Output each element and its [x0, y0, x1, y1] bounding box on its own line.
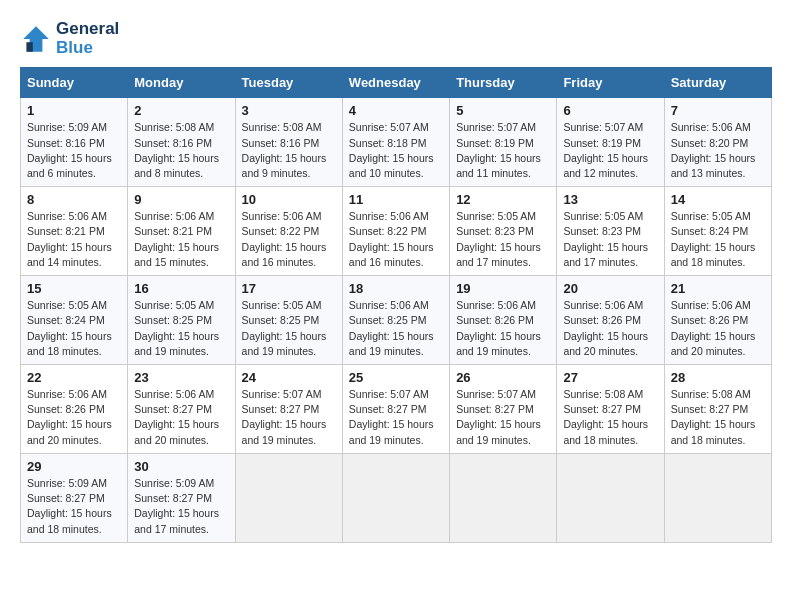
- logo-text: General Blue: [56, 20, 119, 57]
- day-number: 24: [242, 370, 336, 385]
- day-info: Sunrise: 5:06 AM Sunset: 8:21 PM Dayligh…: [134, 209, 228, 270]
- day-number: 1: [27, 103, 121, 118]
- calendar-day-cell: 18 Sunrise: 5:06 AM Sunset: 8:25 PM Dayl…: [342, 276, 449, 365]
- calendar-week-row: 1 Sunrise: 5:09 AM Sunset: 8:16 PM Dayli…: [21, 98, 772, 187]
- day-info: Sunrise: 5:07 AM Sunset: 8:19 PM Dayligh…: [456, 120, 550, 181]
- day-number: 26: [456, 370, 550, 385]
- calendar-day-cell: 6 Sunrise: 5:07 AM Sunset: 8:19 PM Dayli…: [557, 98, 664, 187]
- day-number: 23: [134, 370, 228, 385]
- day-info: Sunrise: 5:07 AM Sunset: 8:18 PM Dayligh…: [349, 120, 443, 181]
- day-info: Sunrise: 5:05 AM Sunset: 8:23 PM Dayligh…: [563, 209, 657, 270]
- calendar-day-cell: 15 Sunrise: 5:05 AM Sunset: 8:24 PM Dayl…: [21, 276, 128, 365]
- svg-rect-1: [26, 42, 32, 52]
- weekday-header-cell: Tuesday: [235, 68, 342, 98]
- calendar-day-cell: 22 Sunrise: 5:06 AM Sunset: 8:26 PM Dayl…: [21, 365, 128, 454]
- weekday-header-cell: Thursday: [450, 68, 557, 98]
- logo: General Blue: [20, 20, 119, 57]
- day-info: Sunrise: 5:07 AM Sunset: 8:27 PM Dayligh…: [456, 387, 550, 448]
- calendar-day-cell: 5 Sunrise: 5:07 AM Sunset: 8:19 PM Dayli…: [450, 98, 557, 187]
- day-number: 13: [563, 192, 657, 207]
- day-number: 27: [563, 370, 657, 385]
- day-info: Sunrise: 5:06 AM Sunset: 8:21 PM Dayligh…: [27, 209, 121, 270]
- day-number: 3: [242, 103, 336, 118]
- day-info: Sunrise: 5:06 AM Sunset: 8:22 PM Dayligh…: [349, 209, 443, 270]
- calendar-day-cell: 19 Sunrise: 5:06 AM Sunset: 8:26 PM Dayl…: [450, 276, 557, 365]
- calendar-day-cell: 27 Sunrise: 5:08 AM Sunset: 8:27 PM Dayl…: [557, 365, 664, 454]
- page-header: General Blue: [20, 20, 772, 57]
- calendar-day-cell: [235, 453, 342, 542]
- calendar-week-row: 29 Sunrise: 5:09 AM Sunset: 8:27 PM Dayl…: [21, 453, 772, 542]
- day-number: 8: [27, 192, 121, 207]
- day-info: Sunrise: 5:06 AM Sunset: 8:26 PM Dayligh…: [27, 387, 121, 448]
- day-info: Sunrise: 5:07 AM Sunset: 8:27 PM Dayligh…: [242, 387, 336, 448]
- day-number: 5: [456, 103, 550, 118]
- calendar-day-cell: 12 Sunrise: 5:05 AM Sunset: 8:23 PM Dayl…: [450, 187, 557, 276]
- calendar-week-row: 15 Sunrise: 5:05 AM Sunset: 8:24 PM Dayl…: [21, 276, 772, 365]
- calendar-body: 1 Sunrise: 5:09 AM Sunset: 8:16 PM Dayli…: [21, 98, 772, 542]
- day-number: 12: [456, 192, 550, 207]
- day-info: Sunrise: 5:08 AM Sunset: 8:27 PM Dayligh…: [563, 387, 657, 448]
- day-number: 18: [349, 281, 443, 296]
- calendar-day-cell: 29 Sunrise: 5:09 AM Sunset: 8:27 PM Dayl…: [21, 453, 128, 542]
- weekday-header-cell: Monday: [128, 68, 235, 98]
- calendar-day-cell: 10 Sunrise: 5:06 AM Sunset: 8:22 PM Dayl…: [235, 187, 342, 276]
- calendar-day-cell: 1 Sunrise: 5:09 AM Sunset: 8:16 PM Dayli…: [21, 98, 128, 187]
- day-info: Sunrise: 5:05 AM Sunset: 8:24 PM Dayligh…: [27, 298, 121, 359]
- calendar-day-cell: 11 Sunrise: 5:06 AM Sunset: 8:22 PM Dayl…: [342, 187, 449, 276]
- calendar-day-cell: 3 Sunrise: 5:08 AM Sunset: 8:16 PM Dayli…: [235, 98, 342, 187]
- calendar-day-cell: 9 Sunrise: 5:06 AM Sunset: 8:21 PM Dayli…: [128, 187, 235, 276]
- day-number: 6: [563, 103, 657, 118]
- day-number: 14: [671, 192, 765, 207]
- weekday-header-cell: Wednesday: [342, 68, 449, 98]
- day-number: 21: [671, 281, 765, 296]
- day-number: 15: [27, 281, 121, 296]
- weekday-header-cell: Friday: [557, 68, 664, 98]
- calendar-day-cell: 17 Sunrise: 5:05 AM Sunset: 8:25 PM Dayl…: [235, 276, 342, 365]
- day-number: 28: [671, 370, 765, 385]
- day-info: Sunrise: 5:05 AM Sunset: 8:25 PM Dayligh…: [242, 298, 336, 359]
- logo-icon: [20, 23, 52, 55]
- calendar-day-cell: 21 Sunrise: 5:06 AM Sunset: 8:26 PM Dayl…: [664, 276, 771, 365]
- day-number: 2: [134, 103, 228, 118]
- calendar-week-row: 22 Sunrise: 5:06 AM Sunset: 8:26 PM Dayl…: [21, 365, 772, 454]
- day-number: 17: [242, 281, 336, 296]
- day-number: 29: [27, 459, 121, 474]
- day-number: 20: [563, 281, 657, 296]
- calendar-day-cell: 28 Sunrise: 5:08 AM Sunset: 8:27 PM Dayl…: [664, 365, 771, 454]
- day-info: Sunrise: 5:09 AM Sunset: 8:16 PM Dayligh…: [27, 120, 121, 181]
- calendar-day-cell: 26 Sunrise: 5:07 AM Sunset: 8:27 PM Dayl…: [450, 365, 557, 454]
- day-info: Sunrise: 5:05 AM Sunset: 8:24 PM Dayligh…: [671, 209, 765, 270]
- day-number: 11: [349, 192, 443, 207]
- calendar-day-cell: [557, 453, 664, 542]
- calendar-day-cell: [342, 453, 449, 542]
- weekday-header-cell: Sunday: [21, 68, 128, 98]
- calendar-day-cell: 23 Sunrise: 5:06 AM Sunset: 8:27 PM Dayl…: [128, 365, 235, 454]
- day-info: Sunrise: 5:06 AM Sunset: 8:20 PM Dayligh…: [671, 120, 765, 181]
- calendar-day-cell: [450, 453, 557, 542]
- day-number: 4: [349, 103, 443, 118]
- calendar-day-cell: 2 Sunrise: 5:08 AM Sunset: 8:16 PM Dayli…: [128, 98, 235, 187]
- weekday-header-cell: Saturday: [664, 68, 771, 98]
- day-number: 30: [134, 459, 228, 474]
- calendar-day-cell: [664, 453, 771, 542]
- day-info: Sunrise: 5:06 AM Sunset: 8:25 PM Dayligh…: [349, 298, 443, 359]
- day-info: Sunrise: 5:06 AM Sunset: 8:26 PM Dayligh…: [671, 298, 765, 359]
- day-info: Sunrise: 5:08 AM Sunset: 8:16 PM Dayligh…: [242, 120, 336, 181]
- day-info: Sunrise: 5:06 AM Sunset: 8:27 PM Dayligh…: [134, 387, 228, 448]
- calendar-day-cell: 8 Sunrise: 5:06 AM Sunset: 8:21 PM Dayli…: [21, 187, 128, 276]
- calendar-day-cell: 4 Sunrise: 5:07 AM Sunset: 8:18 PM Dayli…: [342, 98, 449, 187]
- calendar-day-cell: 20 Sunrise: 5:06 AM Sunset: 8:26 PM Dayl…: [557, 276, 664, 365]
- day-info: Sunrise: 5:08 AM Sunset: 8:27 PM Dayligh…: [671, 387, 765, 448]
- calendar-week-row: 8 Sunrise: 5:06 AM Sunset: 8:21 PM Dayli…: [21, 187, 772, 276]
- calendar-day-cell: 13 Sunrise: 5:05 AM Sunset: 8:23 PM Dayl…: [557, 187, 664, 276]
- calendar-day-cell: 30 Sunrise: 5:09 AM Sunset: 8:27 PM Dayl…: [128, 453, 235, 542]
- day-info: Sunrise: 5:06 AM Sunset: 8:22 PM Dayligh…: [242, 209, 336, 270]
- day-info: Sunrise: 5:06 AM Sunset: 8:26 PM Dayligh…: [563, 298, 657, 359]
- day-info: Sunrise: 5:05 AM Sunset: 8:25 PM Dayligh…: [134, 298, 228, 359]
- day-number: 9: [134, 192, 228, 207]
- day-info: Sunrise: 5:09 AM Sunset: 8:27 PM Dayligh…: [27, 476, 121, 537]
- calendar-day-cell: 25 Sunrise: 5:07 AM Sunset: 8:27 PM Dayl…: [342, 365, 449, 454]
- day-number: 7: [671, 103, 765, 118]
- day-number: 19: [456, 281, 550, 296]
- calendar-day-cell: 16 Sunrise: 5:05 AM Sunset: 8:25 PM Dayl…: [128, 276, 235, 365]
